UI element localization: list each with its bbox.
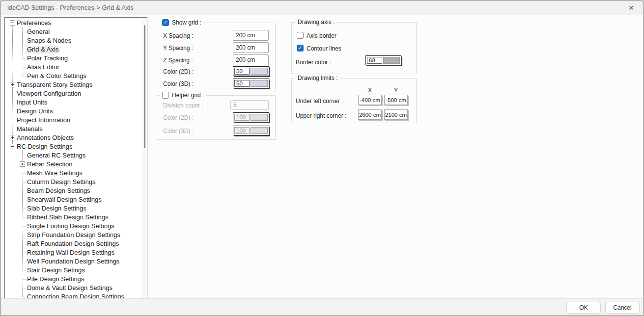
tree-item[interactable]: Design Units xyxy=(5,107,142,116)
close-button[interactable]: ✕ xyxy=(624,2,639,14)
tree-item[interactable]: Beam Design Settings xyxy=(5,186,142,195)
helper-color3d-picker[interactable]: 100 xyxy=(233,126,269,135)
tree-item-label: Transparent Story Settings xyxy=(17,81,92,89)
helper-grid-legend: Helper grid : xyxy=(160,91,206,99)
tree-connector-line xyxy=(23,217,26,218)
tree-item[interactable]: Shearwall Design Settings xyxy=(5,195,142,204)
tree-expand-icon[interactable] xyxy=(10,82,15,87)
border-color-swatch xyxy=(383,57,400,64)
tree-item[interactable]: Materials xyxy=(5,125,142,133)
show-grid-checkbox[interactable] xyxy=(162,19,169,26)
tree-item[interactable]: Grid & Axis xyxy=(5,45,142,54)
tree-item[interactable]: Transparent Story Settings xyxy=(5,80,142,89)
tree-item[interactable]: Single Footing Design Settings xyxy=(5,222,142,231)
division-count-input[interactable] xyxy=(230,100,269,110)
tree-item-label: General RC Settings xyxy=(27,152,85,159)
x-spacing-input[interactable] xyxy=(233,30,269,41)
under-left-corner-label: Under left corner : xyxy=(296,98,343,105)
tree-item[interactable]: Annotations Objects xyxy=(5,133,142,142)
helper-grid-checkbox[interactable] xyxy=(162,92,169,99)
helper-color2d-swatch xyxy=(251,114,268,121)
tree-connector-line xyxy=(23,253,26,253)
tree-item[interactable]: Strip Foundation Design Settings xyxy=(5,231,142,239)
tree-item[interactable]: Retaining Wall Design Settings xyxy=(5,248,142,257)
grid-color3d-label: Color (3D) : xyxy=(163,80,194,87)
tree-item-label: Grid & Axis xyxy=(26,46,60,53)
upper-right-y-input[interactable] xyxy=(384,109,408,120)
tree-item[interactable]: Stair Design Setings xyxy=(5,266,142,275)
division-count-label: Division count : xyxy=(163,102,203,109)
tree-item-label: Ribbed Slab Design Settings xyxy=(27,213,109,221)
tree-item-label: Annotations Objects xyxy=(17,134,74,142)
tree-connector-line xyxy=(13,94,16,94)
tree-item-label: Input Units xyxy=(17,99,47,106)
tree-expand-icon[interactable] xyxy=(10,135,15,140)
tree-item[interactable]: Snaps & Nodes xyxy=(5,36,142,45)
helper-color2d-picker[interactable]: 100 xyxy=(233,112,269,122)
grid-color2d-swatch xyxy=(251,68,268,75)
title-bar: ideCAD Settings - Preferences-> Grid & A… xyxy=(0,0,644,15)
tree-item-label: Pile Design Settings xyxy=(27,275,84,283)
axis-border-checkbox[interactable] xyxy=(297,32,304,39)
tree-item[interactable]: Rebar Selection xyxy=(5,160,142,169)
tree-scrollbar-track[interactable] xyxy=(142,18,147,300)
z-spacing-input[interactable] xyxy=(233,54,269,65)
tree-item[interactable]: Well Foundation Design Settings xyxy=(5,257,142,266)
grid-color3d-picker[interactable]: 50 xyxy=(233,79,269,88)
tree-item[interactable]: Column Design Settings xyxy=(5,178,142,186)
tree-connector-line xyxy=(13,129,16,130)
tree-expand-icon[interactable] xyxy=(20,161,25,167)
tree-item[interactable]: Polar Tracking xyxy=(5,54,142,63)
contour-lines-label: Contour lines xyxy=(307,45,341,52)
tree-item[interactable]: Viewport Configuration xyxy=(5,89,142,98)
tree-item-label: Materials xyxy=(17,125,43,133)
helper-color3d-swatch xyxy=(251,127,268,134)
upper-right-x-input[interactable] xyxy=(358,109,382,120)
grid-color2d-value: 50 xyxy=(234,68,250,75)
x-spacing-label: X Spacing : xyxy=(163,32,193,39)
tree-item[interactable]: Project Information xyxy=(5,116,142,125)
tree-item-label: Dome & Vault Design Settings xyxy=(27,284,112,292)
tree-item-label: Strip Foundation Design Settings xyxy=(27,231,120,239)
tree-item[interactable]: Ribbed Slab Design Settings xyxy=(5,213,142,222)
ok-button[interactable]: OK xyxy=(566,302,601,314)
tree-item[interactable]: Alias Editor xyxy=(5,63,142,72)
tree-scrollbar-thumb[interactable] xyxy=(144,25,145,148)
tree-connector-line xyxy=(23,270,26,271)
tree-item-label: Preferences xyxy=(17,19,51,27)
tree-connector-line xyxy=(23,41,26,41)
tree-item[interactable]: Preferences xyxy=(5,19,142,27)
tree-item-label: Design Units xyxy=(17,107,53,115)
tree-connector-line xyxy=(13,111,16,112)
grid-color2d-label: Color (2D) : xyxy=(163,68,194,75)
preferences-tree-panel: PreferencesGeneralSnaps & NodesGrid & Ax… xyxy=(4,17,147,301)
tree-connector-line xyxy=(13,120,16,121)
cancel-button[interactable]: Cancel xyxy=(605,302,640,314)
tree-item[interactable]: Slab Design Settings xyxy=(5,204,142,213)
grid-color2d-picker[interactable]: 50 xyxy=(233,66,269,76)
border-color-label: Border color : xyxy=(296,59,331,66)
tree-item[interactable]: Input Units xyxy=(5,98,142,107)
tree-item[interactable]: Pile Design Settings xyxy=(5,275,142,284)
tree-item[interactable]: Pen & Color Settings xyxy=(5,72,142,80)
tree-connector-line xyxy=(23,182,26,183)
tree-item[interactable]: General RC Settings xyxy=(5,151,142,160)
tree-item[interactable]: RC Design Settings xyxy=(5,142,142,151)
tree-item[interactable]: General xyxy=(5,27,142,36)
tree-connector-line xyxy=(23,32,26,32)
drawing-limits-group: Drawing limits : X Y Under left corner :… xyxy=(291,78,417,123)
drawing-limits-legend: Drawing limits : xyxy=(296,75,339,81)
under-left-y-input[interactable] xyxy=(384,95,408,105)
axis-border-label: Axis border xyxy=(307,32,336,39)
tree-collapse-icon[interactable] xyxy=(10,144,15,149)
contour-lines-checkbox[interactable] xyxy=(297,45,304,52)
under-left-x-input[interactable] xyxy=(358,95,382,105)
tree-collapse-icon[interactable] xyxy=(10,20,15,26)
border-color-picker[interactable]: 68 xyxy=(365,55,401,65)
tree-connector-line xyxy=(23,58,26,59)
tree-item[interactable]: Raft Foundation Design Settings xyxy=(5,239,142,248)
tree-item[interactable]: Dome & Vault Design Settings xyxy=(5,284,142,292)
show-grid-label: Show grid : xyxy=(172,19,201,26)
y-spacing-input[interactable] xyxy=(233,42,269,53)
tree-item[interactable]: Mesh Wire Settings xyxy=(5,169,142,178)
